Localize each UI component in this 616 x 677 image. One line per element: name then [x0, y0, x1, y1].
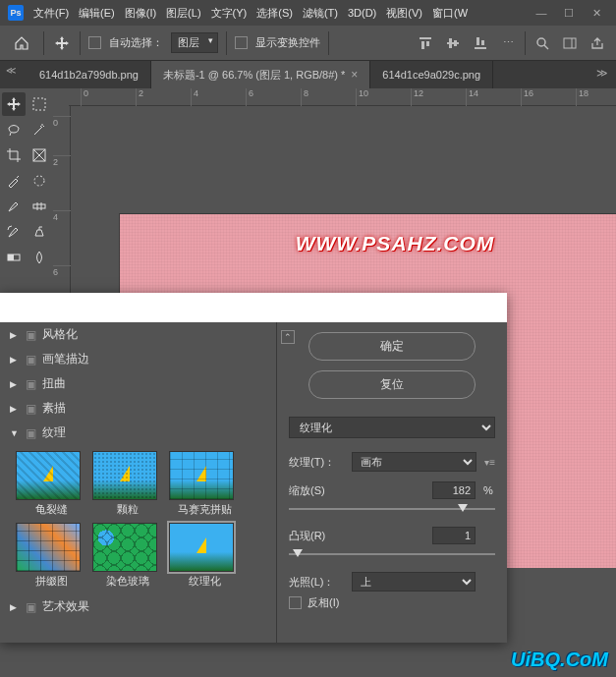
more-options-icon[interactable]: ⋯: [497, 32, 519, 54]
menu-window[interactable]: 窗口(W: [432, 6, 468, 21]
share-icon[interactable]: [587, 32, 608, 54]
show-transform-label: 显示变换控件: [255, 35, 320, 50]
home-icon[interactable]: [8, 29, 35, 57]
filter-thumb-stained-glass[interactable]: 染色玻璃: [92, 523, 163, 589]
filter-thumb-craquelure[interactable]: 龟裂缝: [16, 451, 86, 517]
filter-cat-artistic[interactable]: ▶▣艺术效果: [0, 594, 276, 619]
menu-view[interactable]: 视图(V): [386, 6, 422, 21]
clone-stamp-tool[interactable]: [28, 220, 51, 244]
svg-rect-7: [476, 37, 479, 45]
history-brush-tool[interactable]: [2, 220, 26, 244]
svg-point-17: [34, 176, 44, 186]
filter-cat-sketch[interactable]: ▶▣素描: [0, 396, 276, 421]
filter-name-dropdown[interactable]: 纹理化: [289, 417, 495, 438]
relief-slider[interactable]: [289, 548, 495, 560]
align-top-icon[interactable]: [415, 32, 436, 54]
svg-rect-13: [33, 98, 45, 110]
auto-select-dropdown[interactable]: 图层: [171, 32, 218, 53]
svg-rect-3: [447, 42, 459, 44]
close-button[interactable]: ✕: [585, 4, 608, 22]
svg-rect-22: [8, 254, 14, 260]
auto-select-label: 自动选择：: [109, 35, 163, 50]
relief-input[interactable]: [432, 527, 476, 544]
workspace-icon[interactable]: [559, 32, 581, 54]
menu-layer[interactable]: 图层(L): [166, 6, 200, 21]
invert-checkbox[interactable]: [289, 596, 302, 609]
svg-rect-1: [421, 41, 424, 49]
svg-rect-18: [33, 204, 45, 208]
filter-cat-distort[interactable]: ▶▣扭曲: [0, 371, 276, 396]
auto-select-checkbox[interactable]: [88, 36, 101, 49]
reset-button[interactable]: 复位: [308, 370, 476, 399]
svg-rect-2: [426, 41, 429, 46]
filter-cat-stylize[interactable]: ▶▣风格化: [0, 322, 276, 347]
frame-tool[interactable]: [28, 143, 51, 167]
light-label: 光照(L)：: [289, 575, 344, 590]
quick-select-tool[interactable]: [28, 169, 51, 193]
tab-doc-3[interactable]: 614d1ce9a029c.png: [370, 61, 493, 88]
svg-point-9: [537, 38, 545, 46]
move-tool[interactable]: [2, 92, 26, 116]
brush-tool[interactable]: [2, 195, 26, 218]
tabs-scroll-left-icon[interactable]: ≪: [6, 65, 16, 76]
menu-image[interactable]: 图像(I): [125, 6, 156, 21]
texture-label: 纹理(T)：: [289, 455, 344, 470]
tab-close-icon[interactable]: ×: [351, 68, 358, 82]
svg-rect-0: [420, 37, 431, 39]
svg-rect-6: [475, 47, 486, 49]
filter-thumb-grain[interactable]: 颗粒: [92, 451, 163, 517]
menu-3d[interactable]: 3D(D): [348, 7, 376, 19]
blur-tool[interactable]: [28, 246, 51, 269]
filter-cat-brushstrokes[interactable]: ▶▣画笔描边: [0, 347, 276, 371]
light-dropdown[interactable]: 上: [352, 572, 476, 592]
filter-thumb-texturizer[interactable]: 纹理化: [169, 523, 240, 589]
collapse-toggle-icon[interactable]: ⌃: [281, 330, 295, 344]
menu-type[interactable]: 文字(Y): [211, 6, 248, 21]
align-vcenter-icon[interactable]: [442, 32, 464, 54]
svg-rect-8: [481, 40, 484, 45]
tab-doc-2[interactable]: 未标题-1 @ 66.7% (图层 1, RGB/8#) *×: [151, 61, 370, 88]
texture-dropdown[interactable]: 画布: [352, 452, 476, 472]
svg-line-10: [544, 45, 548, 49]
filter-thumb-mosaic-tiles[interactable]: 马赛克拼贴: [169, 451, 240, 517]
canvas-watermark: WWW.PSAHZ.COM: [296, 232, 495, 255]
scale-unit: %: [483, 484, 495, 496]
options-bar: 自动选择： 图层 显示变换控件 ⋯: [0, 26, 616, 61]
magic-wand-tool[interactable]: [28, 118, 51, 141]
texture-menu-icon[interactable]: ▾≡: [484, 457, 495, 468]
app-logo: Ps: [8, 5, 24, 21]
filter-category-panel: ▶▣风格化 ▶▣画笔描边 ▶▣扭曲 ▶▣素描 ▼▣纹理 龟裂缝 颗粒 马赛克拼贴…: [0, 322, 277, 643]
lasso-tool[interactable]: [2, 118, 26, 141]
crop-tool[interactable]: [2, 143, 26, 167]
tabs-scroll-right-icon[interactable]: ≫: [588, 61, 616, 88]
filter-gallery-dialog: ▶▣风格化 ▶▣画笔描边 ▶▣扭曲 ▶▣素描 ▼▣纹理 龟裂缝 颗粒 马赛克拼贴…: [0, 293, 507, 643]
scale-input[interactable]: [432, 481, 476, 499]
menu-select[interactable]: 选择(S): [256, 6, 293, 21]
document-tabs: ≪ 614d1b2a799db.png 未标题-1 @ 66.7% (图层 1,…: [0, 61, 616, 88]
relief-label: 凸现(R): [289, 529, 344, 543]
menu-file[interactable]: 文件(F): [33, 6, 69, 21]
svg-rect-11: [564, 38, 576, 48]
scale-slider[interactable]: [289, 503, 495, 515]
move-tool-icon: [52, 33, 72, 53]
maximize-button[interactable]: ☐: [557, 4, 581, 22]
filter-thumb-patchwork[interactable]: 拼缀图: [16, 523, 86, 589]
filter-settings-panel: ⌃ 确定 复位 纹理化 纹理(T)： 画布 ▾≡ 缩放(S) % 凸现(R): [277, 322, 507, 643]
invert-label: 反相(I): [308, 595, 339, 610]
minimize-button[interactable]: ―: [530, 4, 553, 22]
filter-cat-texture[interactable]: ▼▣纹理: [0, 421, 276, 445]
search-icon[interactable]: [532, 32, 553, 54]
healing-tool[interactable]: [28, 195, 51, 218]
horizontal-ruler: 0 2 4 6 8 10 12 14 16 18: [69, 88, 616, 106]
align-bottom-icon[interactable]: [470, 32, 491, 54]
svg-rect-4: [449, 38, 452, 48]
menu-filter[interactable]: 滤镜(T): [303, 6, 338, 21]
svg-rect-5: [454, 40, 457, 46]
tab-doc-1[interactable]: 614d1b2a799db.png: [28, 61, 151, 88]
menu-edit[interactable]: 编辑(E): [79, 6, 115, 21]
eyedropper-tool[interactable]: [2, 169, 26, 193]
marquee-tool[interactable]: [28, 92, 51, 116]
gradient-tool[interactable]: [2, 246, 26, 269]
ok-button[interactable]: 确定: [308, 332, 476, 361]
show-transform-checkbox[interactable]: [235, 36, 248, 49]
